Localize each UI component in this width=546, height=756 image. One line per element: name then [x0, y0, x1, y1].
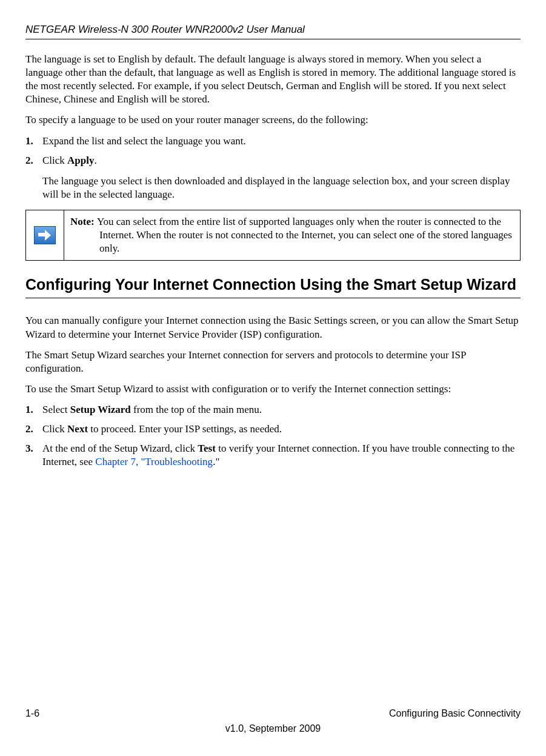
language-instruction: To specify a language to be used on your… [25, 113, 521, 127]
step-number: 1. [25, 135, 42, 148]
note-label: Note: [70, 216, 97, 227]
header-title: NETGEAR Wireless-N 300 Router WNR2000v2 … [25, 24, 305, 35]
step-pre: Click [42, 155, 67, 166]
step-text: At the end of the Setup Wizard, click Te… [42, 442, 521, 469]
step-pre: At the end of the Setup Wizard, click [42, 443, 198, 454]
wizard-p3: To use the Smart Setup Wizard to assist … [25, 383, 521, 396]
step-text: Expand the list and select the language … [42, 135, 521, 148]
page-number: 1-6 [25, 707, 39, 720]
step-pre: Select [42, 404, 70, 415]
apply-label: Apply [67, 155, 94, 166]
step-post: . [95, 155, 97, 166]
step-pre: Click [42, 423, 67, 435]
section-heading: Configuring Your Internet Connection Usi… [25, 275, 521, 298]
note-icon-cell [26, 210, 64, 260]
step-text: Click Apply. [42, 154, 521, 167]
running-header: NETGEAR Wireless-N 300 Router WNR2000v2 … [25, 23, 521, 39]
page-footer: 1-6 Configuring Basic Connectivity v1.0,… [25, 707, 521, 735]
step-number: 2. [25, 154, 42, 167]
list-item: 2. Click Next to proceed. Enter your ISP… [25, 423, 521, 436]
step-number: 2. [25, 423, 42, 436]
language-result: The language you select is then download… [42, 175, 521, 201]
wizard-p2: The Smart Setup Wizard searches your Int… [25, 349, 521, 375]
note-body: You can select from the entire list of s… [97, 216, 512, 254]
step-number: 3. [25, 442, 42, 469]
wizard-steps-list: 1. Select Setup Wizard from the top of t… [25, 403, 521, 469]
step-post: from the top of the main menu. [131, 404, 262, 415]
list-item: 3. At the end of the Setup Wizard, click… [25, 442, 521, 469]
test-label: Test [198, 443, 216, 454]
list-item: 1. Select Setup Wizard from the top of t… [25, 403, 521, 416]
arrow-right-icon [34, 226, 56, 244]
chapter-title: Configuring Basic Connectivity [389, 707, 521, 720]
footer-version: v1.0, September 2009 [25, 723, 521, 735]
list-item: 2. Click Apply. [25, 154, 521, 167]
language-steps-list: 1. Expand the list and select the langua… [25, 135, 521, 167]
wizard-p1: You can manually configure your Internet… [25, 314, 521, 341]
step-text: Select Setup Wizard from the top of the … [42, 403, 521, 416]
note-content: Note: You can select from the entire lis… [70, 215, 514, 255]
troubleshooting-link[interactable]: Chapter 7, "Troubleshooting [95, 456, 213, 467]
setup-wizard-label: Setup Wizard [70, 404, 131, 415]
step-number: 1. [25, 403, 42, 416]
list-item: 1. Expand the list and select the langua… [25, 135, 521, 148]
step-text: Click Next to proceed. Enter your ISP se… [42, 423, 521, 436]
step-post: to proceed. Enter your ISP settings, as … [88, 423, 282, 435]
intro-paragraph: The language is set to English by defaul… [25, 53, 521, 106]
footer-row: 1-6 Configuring Basic Connectivity [25, 707, 521, 720]
next-label: Next [67, 423, 88, 435]
note-text-cell: Note: You can select from the entire lis… [64, 210, 520, 260]
step-tail: ." [213, 456, 219, 467]
page-container: NETGEAR Wireless-N 300 Router WNR2000v2 … [0, 0, 546, 756]
note-callout: Note: You can select from the entire lis… [25, 210, 521, 261]
